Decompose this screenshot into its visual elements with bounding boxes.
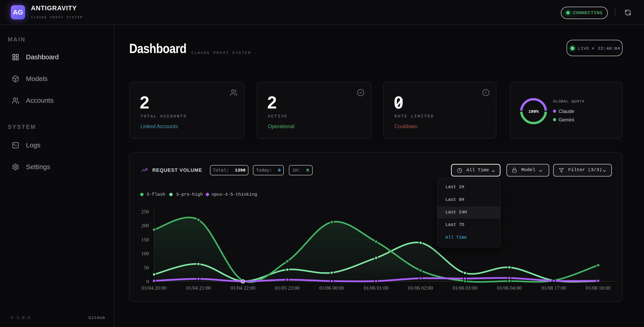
svg-text:150: 150 [141, 237, 149, 242]
svg-text:01/04 22:00: 01/04 22:00 [230, 285, 255, 291]
svg-text:01/08 17:00: 01/08 17:00 [541, 285, 566, 291]
svg-text:250: 250 [141, 209, 149, 214]
svg-text:01/06 00:00: 01/06 00:00 [319, 285, 344, 291]
svg-text:01/06 04:00: 01/06 04:00 [497, 285, 522, 291]
svg-text:01/08 18:00: 01/08 18:00 [586, 285, 611, 291]
svg-text:0: 0 [146, 279, 149, 284]
svg-text:01/04 21:00: 01/04 21:00 [186, 285, 211, 291]
svg-text:01/06 01:00: 01/06 01:00 [364, 285, 389, 291]
svg-text:100%: 100% [528, 109, 539, 114]
svg-text:01/05 23:00: 01/05 23:00 [275, 285, 300, 291]
svg-text:200: 200 [141, 223, 149, 228]
svg-text:01/06 02:00: 01/06 02:00 [408, 285, 433, 291]
svg-text:50: 50 [144, 265, 149, 270]
svg-text:01/06 03:00: 01/06 03:00 [452, 285, 478, 291]
svg-text:01/04 20:00: 01/04 20:00 [142, 285, 166, 291]
svg-text:100: 100 [141, 251, 149, 256]
